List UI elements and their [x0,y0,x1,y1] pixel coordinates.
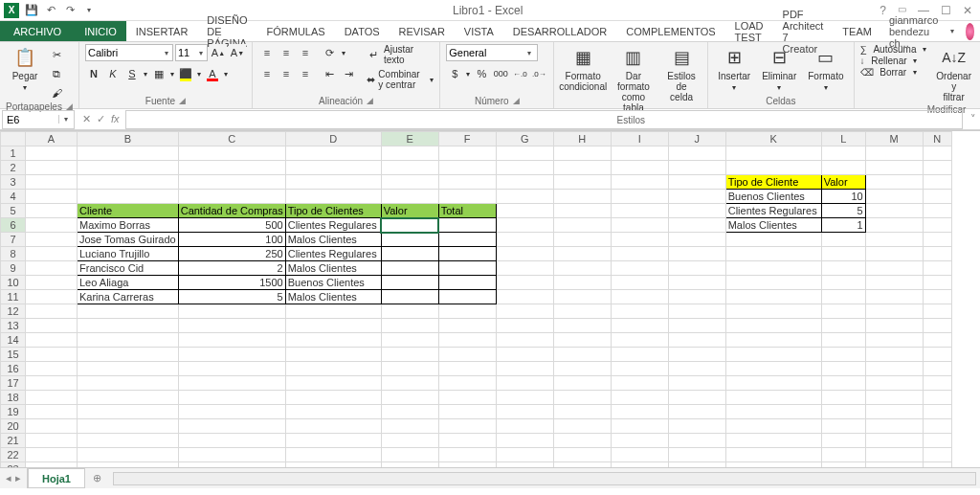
row-header-17[interactable]: 17 [1,376,26,391]
cell[interactable] [611,161,668,175]
formula-input[interactable] [125,110,963,129]
cell[interactable] [496,304,553,319]
accounting-menu-icon[interactable]: ▾ [465,65,471,82]
tab-pdf-architect-7-creator[interactable]: PDF Architect 7 Creator [773,21,834,41]
cell[interactable] [285,405,381,419]
number-format-combo[interactable]: ▾ [446,44,538,61]
cell[interactable] [285,304,381,319]
cell[interactable] [725,391,821,405]
font-dialog-icon[interactable]: ◢ [179,96,186,106]
help-icon[interactable]: ? [880,4,886,17]
cell[interactable] [178,304,285,319]
cell[interactable] [821,161,865,175]
cell[interactable]: Malos Clientes [285,261,381,276]
cell[interactable] [496,419,553,434]
cell[interactable] [725,362,821,376]
cell[interactable] [178,448,285,462]
cell[interactable] [668,146,725,161]
cell[interactable] [725,405,821,419]
cell[interactable] [496,233,553,247]
cell[interactable] [285,462,381,468]
cell[interactable] [611,261,668,276]
cell[interactable]: Jose Tomas Guirado [78,233,179,247]
cell[interactable] [553,261,611,276]
cell[interactable] [381,448,438,462]
delete-cells-button[interactable]: ⊟Eliminar▾ [758,44,800,95]
cell[interactable] [553,419,611,434]
cell[interactable] [821,319,865,333]
cell[interactable] [553,190,611,204]
cell[interactable] [725,304,821,319]
cell[interactable] [78,405,179,419]
cell[interactable] [611,462,668,468]
cell[interactable] [381,362,438,376]
font-color-icon[interactable]: A [204,65,221,82]
cell[interactable] [668,261,725,276]
cell[interactable] [553,290,611,304]
new-sheet-icon[interactable]: ⊕ [85,468,109,488]
cell[interactable] [78,333,179,348]
tab-load-test[interactable]: LOAD TEST [725,21,773,41]
cell[interactable] [611,391,668,405]
cell[interactable] [611,348,668,362]
row-header-13[interactable]: 13 [1,319,26,333]
cell[interactable] [78,434,179,448]
cell[interactable] [438,348,496,362]
cell[interactable]: Malos Clientes [725,218,821,233]
cell[interactable] [381,376,438,391]
cell[interactable] [865,233,923,247]
cell[interactable] [821,362,865,376]
cell[interactable]: Tipo de Cliente [725,175,821,190]
cell[interactable] [725,376,821,391]
cell[interactable] [668,362,725,376]
redo-icon[interactable]: ↷ [63,4,77,17]
cell[interactable] [923,362,951,376]
cell[interactable] [668,190,725,204]
cell[interactable] [381,304,438,319]
cell[interactable] [865,276,923,290]
fx-icon[interactable]: fx [111,113,120,125]
cell[interactable] [821,462,865,468]
cell[interactable] [668,290,725,304]
wrap-text-button[interactable]: ↵Ajustar texto [366,44,434,65]
cell[interactable] [923,448,951,462]
cell[interactable] [668,175,725,190]
cell[interactable] [923,304,951,319]
tab-vista[interactable]: VISTA [455,21,503,41]
tab-inicio[interactable]: INICIO [75,21,126,41]
cell[interactable] [923,391,951,405]
cell[interactable] [553,146,611,161]
col-header-K[interactable]: K [725,132,821,146]
cell[interactable] [285,161,381,175]
increase-decimal-icon[interactable]: ←.0 [511,65,528,82]
cell[interactable] [668,419,725,434]
cell[interactable] [285,434,381,448]
cell[interactable] [26,276,78,290]
col-header-N[interactable]: N [923,132,951,146]
sheet-tab-active[interactable]: Hoja1 [28,468,85,488]
cell[interactable] [611,218,668,233]
cell[interactable]: 100 [178,233,285,247]
fill-button[interactable]: ↓ Rellenar ▾ [860,56,927,66]
cell[interactable] [865,261,923,276]
comma-format-icon[interactable]: 000 [492,65,509,82]
cell[interactable] [438,319,496,333]
cell[interactable] [611,448,668,462]
cell[interactable] [438,161,496,175]
row-header-1[interactable]: 1 [1,146,26,161]
cell[interactable] [285,419,381,434]
cell[interactable] [178,161,285,175]
cell[interactable] [496,290,553,304]
cell[interactable] [26,161,78,175]
row-header-2[interactable]: 2 [1,161,26,175]
cell[interactable] [78,362,179,376]
cell[interactable]: Cantidad de Compras [178,204,285,218]
shrink-font-icon[interactable]: A▼ [229,44,246,61]
cell[interactable] [553,276,611,290]
cell[interactable]: 1500 [178,276,285,290]
cell[interactable] [438,448,496,462]
cell[interactable] [26,204,78,218]
row-header-14[interactable]: 14 [1,333,26,348]
tab-team[interactable]: TEAM [833,21,881,41]
cell[interactable] [78,348,179,362]
